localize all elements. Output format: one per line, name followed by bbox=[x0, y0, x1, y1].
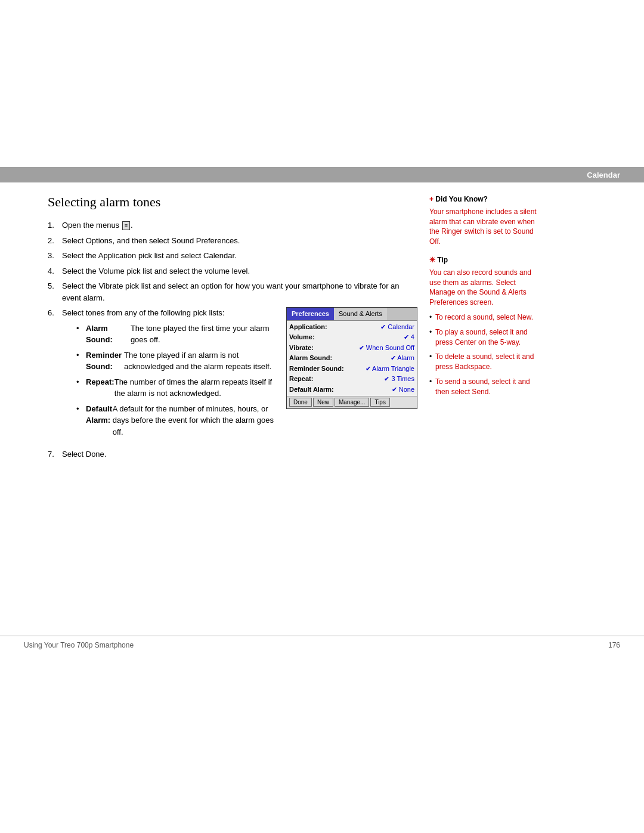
prefs-label-reminder-sound: Reminder Sound: bbox=[289, 364, 344, 374]
tip-icon: ✳ bbox=[429, 256, 435, 264]
step-text: Select Done. bbox=[62, 448, 417, 460]
dyk-icon: + bbox=[429, 195, 434, 203]
prefs-value-reminder-sound: ✔ Alarm Triangle bbox=[366, 364, 414, 374]
step-text: Select Options, and then select Sound Pr… bbox=[62, 235, 417, 247]
prefs-label-default-alarm: Default Alarm: bbox=[289, 385, 334, 395]
step-text: Select the Application pick list and sel… bbox=[62, 250, 417, 262]
page-wrapper: Calendar Selecting alarm tones 1. Open t… bbox=[0, 0, 644, 833]
step-number: 4. bbox=[48, 265, 62, 277]
tip-header-text: Tip bbox=[437, 256, 448, 264]
did-you-know-section: + Did You Know? Your smartphone includes… bbox=[429, 194, 537, 247]
prefs-row-reminder-sound: Reminder Sound: ✔ Alarm Triangle bbox=[289, 364, 414, 374]
footer: Using Your Treo 700p Smartphone 176 bbox=[0, 636, 644, 654]
tip-bullet-item: To send a sound, select it and then sele… bbox=[429, 377, 537, 397]
bullet-text: The number of times the alarm repeats it… bbox=[114, 376, 280, 400]
tip-section: ✳ Tip You can also record sounds and use… bbox=[429, 255, 537, 397]
tip-bullet-list: To record a sound, select New. To play a… bbox=[429, 312, 537, 397]
prefs-row-default-alarm: Default Alarm: ✔ None bbox=[289, 385, 414, 395]
bullet-item: Reminder Sound: The tone played if an al… bbox=[76, 349, 280, 373]
list-item: 7. Select Done. bbox=[48, 448, 417, 460]
menu-icon: ≡ bbox=[122, 221, 130, 231]
list-item: 6. Select tones from any of the followin… bbox=[48, 307, 417, 445]
step-number: 5. bbox=[48, 280, 62, 304]
bullet-text: The tone played if an alarm is not ackno… bbox=[124, 349, 280, 373]
step-number: 2. bbox=[48, 235, 62, 247]
bullet-term: Reminder Sound: bbox=[86, 349, 124, 373]
prefs-manage-button[interactable]: Manage... bbox=[335, 398, 369, 407]
dyk-header: + Did You Know? bbox=[429, 194, 537, 205]
prefs-row-volume: Volume: ✔ 4 bbox=[289, 332, 414, 342]
prefs-label-vibrate: Vibrate: bbox=[289, 343, 314, 353]
main-content: Selecting alarm tones 1. Open the menus … bbox=[0, 182, 644, 636]
dyk-header-text: Did You Know? bbox=[435, 195, 488, 203]
bullet-item: Repeat: The number of times the alarm re… bbox=[76, 376, 280, 400]
prefs-tab-preferences: Preferences bbox=[287, 308, 334, 320]
instructions-list: 1. Open the menus ≡. 2. Select Options, … bbox=[48, 219, 417, 460]
list-item: 2. Select Options, and then select Sound… bbox=[48, 235, 417, 247]
tip-bullet-item: To record a sound, select New. bbox=[429, 312, 537, 323]
prefs-new-button[interactable]: New bbox=[313, 398, 333, 407]
bullet-item: Alarm Sound: The tone played the first t… bbox=[76, 323, 280, 346]
bullet-term: Default Alarm: bbox=[86, 403, 113, 438]
step6-left: Select tones from any of the following p… bbox=[62, 307, 280, 441]
list-item: 1. Open the menus ≡. bbox=[48, 219, 417, 231]
bullet-text: A default for the number of minutes, hou… bbox=[113, 403, 280, 438]
prefs-value-volume: ✔ 4 bbox=[404, 332, 414, 342]
bullet-text: The tone played the first time your alar… bbox=[131, 323, 280, 346]
tip-bullet-item: To play a sound, select it and press Cen… bbox=[429, 327, 537, 348]
footer-left-text: Using Your Treo 700p Smartphone bbox=[24, 641, 134, 649]
prefs-row-repeat: Repeat: ✔ 3 Times bbox=[289, 374, 414, 384]
step6-container: Select tones from any of the following p… bbox=[62, 307, 417, 441]
prefs-label-application: Application: bbox=[289, 322, 327, 332]
list-item: 5. Select the Vibrate pick list and sele… bbox=[48, 280, 417, 304]
prefs-value-alarm-sound: ✔ Alarm bbox=[391, 353, 414, 363]
step-text: Select the Vibrate pick list and select … bbox=[62, 280, 417, 304]
prefs-dialog-container: Preferences Sound & Alerts Application: … bbox=[286, 307, 417, 441]
prefs-tips-button[interactable]: Tips bbox=[370, 398, 390, 407]
left-column: Selecting alarm tones 1. Open the menus … bbox=[48, 194, 417, 624]
bullet-list: Alarm Sound: The tone played the first t… bbox=[76, 323, 280, 438]
step-number: 6. bbox=[48, 307, 62, 319]
prefs-body: Application: ✔ Calendar Volume: ✔ 4 bbox=[287, 321, 417, 397]
prefs-row-vibrate: Vibrate: ✔ When Sound Off bbox=[289, 343, 414, 353]
bullet-term: Alarm Sound: bbox=[86, 323, 131, 346]
prefs-row-alarm-sound: Alarm Sound: ✔ Alarm bbox=[289, 353, 414, 363]
bullet-term: Repeat: bbox=[86, 376, 114, 400]
step-text: Open the menus ≡. bbox=[62, 219, 417, 231]
step-number: 3. bbox=[48, 250, 62, 262]
prefs-row-application: Application: ✔ Calendar bbox=[289, 322, 414, 332]
right-column: + Did You Know? Your smartphone includes… bbox=[429, 194, 537, 624]
step-text: Select tones from any of the following p… bbox=[62, 307, 417, 445]
prefs-value-default-alarm: ✔ None bbox=[392, 385, 414, 395]
prefs-value-application: ✔ Calendar bbox=[380, 322, 414, 332]
bottom-space bbox=[0, 654, 644, 833]
prefs-buttons: Done New Manage... Tips bbox=[287, 396, 417, 408]
top-space bbox=[0, 0, 644, 167]
step-number: 7. bbox=[48, 448, 62, 460]
list-item: 4. Select the Volume pick list and selec… bbox=[48, 265, 417, 277]
prefs-title-bar: Preferences Sound & Alerts bbox=[287, 308, 417, 321]
prefs-done-button[interactable]: Done bbox=[289, 398, 312, 407]
dyk-text: Your smartphone includes a silent alarm … bbox=[429, 207, 537, 247]
tip-header: ✳ Tip bbox=[429, 255, 537, 265]
tip-bullet-item: To delete a sound, select it and press B… bbox=[429, 352, 537, 372]
calendar-bar-label: Calendar bbox=[587, 171, 620, 179]
tip-text: You can also record sounds and use them … bbox=[429, 268, 537, 308]
page-title: Selecting alarm tones bbox=[48, 194, 417, 210]
prefs-value-vibrate: ✔ When Sound Off bbox=[359, 343, 414, 353]
prefs-tab-sound-alerts: Sound & Alerts bbox=[334, 308, 387, 320]
bullet-item: Default Alarm: A default for the number … bbox=[76, 403, 280, 438]
footer-page-number: 176 bbox=[608, 641, 620, 649]
prefs-dialog: Preferences Sound & Alerts Application: … bbox=[286, 307, 417, 409]
prefs-label-repeat: Repeat: bbox=[289, 374, 313, 384]
prefs-label-alarm-sound: Alarm Sound: bbox=[289, 353, 332, 363]
calendar-bar: Calendar bbox=[0, 167, 644, 182]
step-text: Select the Volume pick list and select t… bbox=[62, 265, 417, 277]
prefs-value-repeat: ✔ 3 Times bbox=[384, 374, 414, 384]
step-number: 1. bbox=[48, 219, 62, 231]
list-item: 3. Select the Application pick list and … bbox=[48, 250, 417, 262]
prefs-label-volume: Volume: bbox=[289, 332, 315, 342]
